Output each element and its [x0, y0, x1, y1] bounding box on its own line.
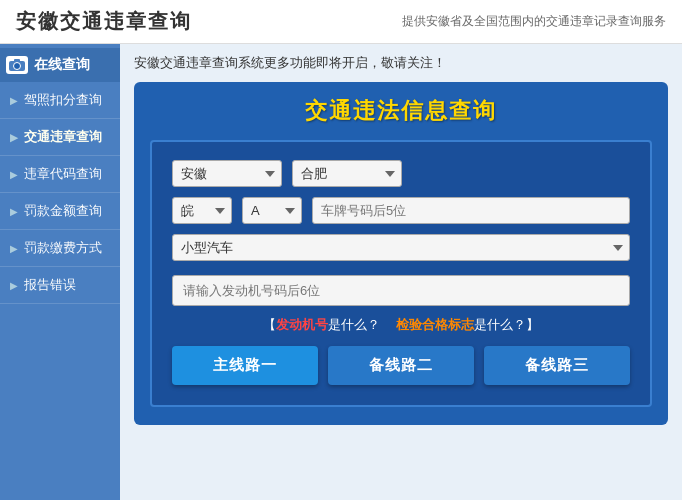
main-route-button[interactable]: 主线路一	[172, 346, 318, 385]
sidebar-item-label: 驾照扣分查询	[24, 91, 102, 109]
plate-prefix-select[interactable]: 皖 京 沪	[172, 197, 232, 224]
arrow-icon: ▶	[10, 243, 18, 254]
main-layout: 在线查询 ▶ 驾照扣分查询 ▶ 交通违章查询 ▶ 违章代码查询 ▶ 罚款金额查询…	[0, 44, 682, 500]
sidebar: 在线查询 ▶ 驾照扣分查询 ▶ 交通违章查询 ▶ 违章代码查询 ▶ 罚款金额查询…	[0, 44, 120, 500]
query-form: 安徽 北京 上海 广东 合肥 芜湖 蚌埠 皖 京	[150, 140, 652, 407]
svg-point-1	[14, 63, 21, 70]
arrow-icon: ▶	[10, 169, 18, 180]
engine-row	[172, 271, 630, 306]
sidebar-item-fine-payment[interactable]: ▶ 罚款缴费方式	[0, 230, 120, 267]
vehicle-type-row: 小型汽车 大型汽车 摩托车	[172, 234, 630, 261]
query-title: 交通违法信息查询	[150, 96, 652, 126]
engine-code-link[interactable]: 发动机号	[276, 317, 328, 332]
plate-row: 皖 京 沪 A B C D E F	[172, 197, 630, 224]
sidebar-item-label: 违章代码查询	[24, 165, 102, 183]
backup-route-2-button[interactable]: 备线路二	[328, 346, 474, 385]
engine-code-question: 是什么？	[328, 317, 380, 332]
engine-input[interactable]	[172, 275, 630, 306]
arrow-icon: ▶	[10, 95, 18, 106]
sidebar-item-label: 报告错误	[24, 276, 76, 294]
sidebar-header-label: 在线查询	[34, 56, 90, 74]
sidebar-item-report-error[interactable]: ▶ 报告错误	[0, 267, 120, 304]
sidebar-item-label: 罚款金额查询	[24, 202, 102, 220]
content-area: 安徽交通违章查询系统更多功能即将开启，敬请关注！ 交通违法信息查询 安徽 北京 …	[120, 44, 682, 500]
header-subtitle: 提供安徽省及全国范围内的交通违章记录查询服务	[402, 13, 666, 30]
arrow-icon: ▶	[10, 206, 18, 217]
header: 安徽交通违章查询 提供安徽省及全国范围内的交通违章记录查询服务	[0, 0, 682, 44]
notice-text: 安徽交通违章查询系统更多功能即将开启，敬请关注！	[134, 54, 668, 72]
arrow-icon: ▶	[10, 132, 18, 143]
backup-route-3-button[interactable]: 备线路三	[484, 346, 630, 385]
plate-number-input[interactable]	[312, 197, 630, 224]
button-row: 主线路一 备线路二 备线路三	[172, 346, 630, 385]
sidebar-item-fine-amount[interactable]: ▶ 罚款金额查询	[0, 193, 120, 230]
svg-rect-2	[14, 59, 20, 62]
camera-icon	[6, 56, 28, 74]
inspection-code-link[interactable]: 检验合格标志	[396, 317, 474, 332]
page-title: 安徽交通违章查询	[16, 8, 192, 35]
sidebar-header: 在线查询	[0, 48, 120, 82]
sidebar-item-violation-code[interactable]: ▶ 违章代码查询	[0, 156, 120, 193]
sidebar-item-label: 罚款缴费方式	[24, 239, 102, 257]
sidebar-item-traffic-violation[interactable]: ▶ 交通违章查询	[0, 119, 120, 156]
inspection-code-question: 是什么？	[474, 317, 526, 332]
arrow-icon: ▶	[10, 280, 18, 291]
city-select[interactable]: 合肥 芜湖 蚌埠	[292, 160, 402, 187]
province-city-row: 安徽 北京 上海 广东 合肥 芜湖 蚌埠	[172, 160, 630, 187]
vehicle-type-select[interactable]: 小型汽车 大型汽车 摩托车	[172, 234, 630, 261]
plate-letter-select[interactable]: A B C D E F	[242, 197, 302, 224]
code-hint: 【发动机号是什么？ 检验合格标志是什么？】	[172, 316, 630, 334]
sidebar-item-deduct-points[interactable]: ▶ 驾照扣分查询	[0, 82, 120, 119]
province-select[interactable]: 安徽 北京 上海 广东	[172, 160, 282, 187]
query-box: 交通违法信息查询 安徽 北京 上海 广东 合肥 芜湖 蚌埠	[134, 82, 668, 425]
sidebar-item-label: 交通违章查询	[24, 128, 102, 146]
